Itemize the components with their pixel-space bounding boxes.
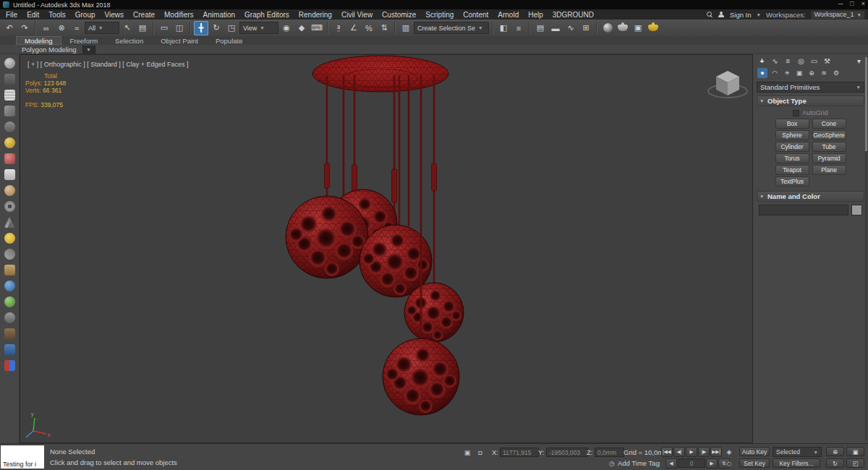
tab-populate[interactable]: Populate [207,36,252,45]
rendered-frame-window-icon[interactable]: ▣ [631,21,645,35]
sphere-button[interactable]: Sphere [775,130,809,140]
viewport[interactable]: x y [ + ] [ Orthographic ] [ Standard ] … [20,54,753,443]
schematic-view-icon[interactable]: ⊞ [579,21,593,35]
angle-snap-icon[interactable]: ∠ [346,21,361,35]
tab-modeling[interactable]: Modeling [16,36,61,45]
object-color-swatch[interactable] [851,205,862,215]
category-systems-icon[interactable]: ⚙ [831,68,841,78]
menu-item-tools[interactable]: Tools [48,11,65,19]
frame-back-icon[interactable]: ◀ [665,458,677,469]
menu-item-views[interactable]: Views [105,11,124,19]
left-tool-icon-12[interactable] [4,233,15,244]
search-icon[interactable] [707,12,713,18]
select-link-icon[interactable]: ∞ [39,21,54,35]
category-lights-icon[interactable]: ☀ [782,68,792,78]
selection-filter-dropdown[interactable]: All ▼ [85,22,119,34]
current-frame-field[interactable]: 0 [678,458,705,468]
minimize-icon[interactable]: ─ [838,0,843,7]
previous-frame-icon[interactable]: ◀| [673,447,685,457]
command-panel-scrollbar[interactable] [865,57,867,440]
left-tool-icon-3[interactable] [4,90,15,101]
tab-freeform[interactable]: Freeform [61,36,107,45]
edit-named-selections-icon[interactable]: ▥ [399,21,413,35]
bind-spacewarp-icon[interactable]: ≈ [69,21,84,35]
left-tool-icon-17[interactable] [4,312,15,323]
y-coordinate-field[interactable]: -19503,003 [546,448,588,457]
x-coordinate-field[interactable]: 11771,915 [500,448,539,457]
menu-item-help[interactable]: Help [528,11,543,19]
left-tool-icon-6[interactable] [4,137,15,148]
set-keys-icon[interactable]: ◇ [723,458,735,468]
object-name-field[interactable] [759,205,848,215]
undo-icon[interactable]: ↶ [2,21,17,35]
select-move-icon[interactable]: ╋ [194,21,208,35]
maxscript-mini-listener[interactable]: Testing for i [1,445,44,469]
material-editor-icon[interactable] [600,21,615,35]
use-pivot-center-icon[interactable]: ◉ [279,21,294,35]
viewport-label[interactable]: [ + ] [ Orthographic ] [ Standard ] [ Cl… [27,61,189,68]
menu-item-edit[interactable]: Edit [27,11,39,19]
tab-hierarchy-icon[interactable]: ≡ [783,56,793,66]
select-object-icon[interactable]: ↖ [120,21,135,35]
autogrid-checkbox[interactable] [793,110,799,116]
menu-item-rendering[interactable]: Rendering [299,11,332,19]
set-key-button[interactable]: Set Key [739,458,770,468]
add-time-tag[interactable]: Add Time Tag [618,459,660,467]
left-tool-icon-7[interactable] [4,153,15,164]
isolate-selection-icon[interactable]: ▣ [461,448,473,457]
key-filters-button[interactable]: Key Filters... [773,458,820,468]
percent-snap-icon[interactable]: % [362,21,376,35]
unlink-icon[interactable]: ⊗ [54,21,69,35]
select-scale-icon[interactable]: ◳ [224,21,239,35]
menu-item-arnold[interactable]: Arnold [498,11,519,19]
menu-item-3dground[interactable]: 3DGROUND [553,11,594,19]
mirror-icon[interactable]: ◧ [496,21,511,35]
maximize-icon[interactable]: □ [850,0,854,7]
close-icon[interactable]: × [861,0,865,7]
category-cameras-icon[interactable]: ▣ [794,68,804,78]
left-tool-icon-18[interactable] [4,328,15,339]
geosphere-button[interactable]: GeoSphere [812,130,846,140]
cone-button[interactable]: Cone [812,119,846,129]
left-tool-icon-19[interactable] [4,344,15,355]
play-icon[interactable]: ▶ [686,447,697,457]
viewport-canvas[interactable]: x y [20,55,752,443]
selection-lock-icon[interactable]: ◘ [475,448,486,457]
left-tool-icon-14[interactable] [4,265,15,275]
spinner-snap-icon[interactable]: ⇅ [377,21,391,35]
left-tool-icon-4[interactable] [4,106,15,116]
primitive-category-dropdown[interactable]: Standard Primitives ▼ [757,82,864,93]
marquee-region-icon[interactable]: ▭ [157,21,171,35]
tab-selection[interactable]: Selection [106,36,152,45]
left-tool-icon-1[interactable] [4,58,15,69]
tab-modify-icon[interactable]: ∿ [770,56,780,66]
menu-item-content[interactable]: Content [463,11,488,19]
category-helpers-icon[interactable]: ⊕ [807,68,817,78]
left-tool-icon-2[interactable] [4,74,15,85]
keyboard-override-icon[interactable]: ⌨ [310,21,324,35]
view-cube[interactable] [708,71,747,98]
menu-item-group[interactable]: Group [75,11,95,19]
go-to-end-icon[interactable]: ▶▶| [710,447,722,457]
select-manipulate-icon[interactable]: ◆ [294,21,309,35]
ribbon-toggle-icon[interactable]: ▬ [548,21,563,35]
menu-item-graph-editors[interactable]: Graph Editors [244,11,289,19]
tab-motion-icon[interactable]: ◎ [796,56,806,66]
maximize-viewport-icon[interactable]: ◰ [846,458,864,468]
left-tool-icon-16[interactable] [4,296,15,307]
category-geometry-icon[interactable]: ● [757,68,767,78]
key-mode-icon[interactable]: ◈ [723,447,735,456]
reference-coordinate-dropdown[interactable]: View ▼ [239,22,278,34]
name-color-rollout[interactable]: ▼ Name and Color [757,191,864,202]
z-coordinate-field[interactable]: 0,0mm [595,448,624,457]
plane-button[interactable]: Plane [812,165,846,175]
workspace-dropdown[interactable]: Workspace_1 ▼ [811,10,865,20]
left-tool-icon-8[interactable] [4,169,15,180]
menu-item-file[interactable]: File [6,11,17,19]
pyramid-button[interactable]: Pyramid [812,153,846,163]
ribbon-minimize-dropdown[interactable]: ▼ [82,46,95,54]
select-by-name-icon[interactable]: ▤ [135,21,150,35]
left-tool-icon-13[interactable] [4,249,15,260]
tab-object-paint[interactable]: Object Paint [152,36,207,45]
menu-item-civil-view[interactable]: Civil View [341,11,373,19]
